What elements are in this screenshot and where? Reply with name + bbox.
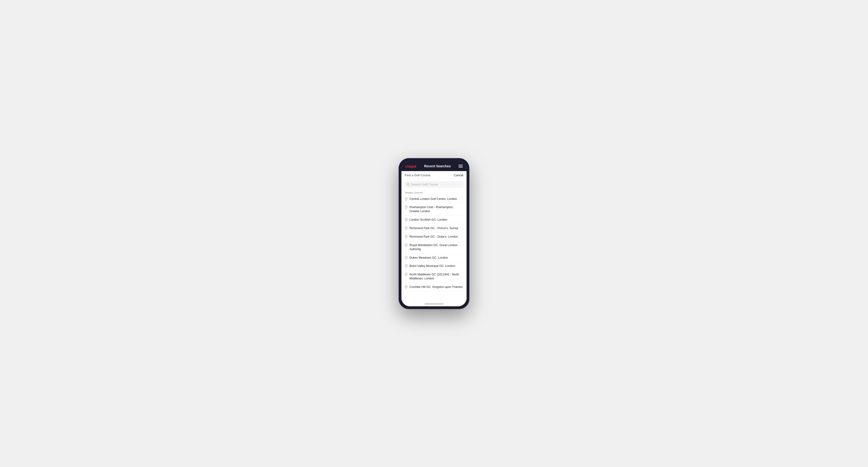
svg-point-3 [406,207,407,207]
location-pin-icon [405,218,408,221]
phone-device: clippd Recent Searches Find a Golf Cours… [399,158,469,309]
list-item[interactable]: North Middlesex GC (1011942 - North Midd… [401,271,467,283]
list-item[interactable]: Richmond Park GC - Duke's, London [401,233,467,241]
find-label: Find a Golf Course [405,174,430,177]
svg-point-2 [406,198,407,199]
svg-point-10 [406,274,407,275]
course-name: Roehampton Club - Roehampton, Greater Lo… [409,205,463,213]
location-pin-icon [405,226,408,230]
search-input-wrap [404,181,464,188]
list-item[interactable]: Brent Valley Municipal GC, London [401,262,467,271]
svg-point-8 [406,257,407,257]
app-header: clippd Recent Searches [401,161,467,171]
location-pin-icon [405,244,408,247]
course-name: Coombe Hill GC, Kingston upon Thames [409,285,463,289]
page-title: Recent Searches [424,164,451,168]
list-item[interactable]: Royal Wimbledon GC, Great London Authori… [401,241,467,254]
svg-point-4 [406,219,407,220]
svg-line-1 [409,185,409,186]
find-bar: Find a Golf Course Cancel [401,171,467,179]
home-indicator [401,302,467,306]
course-name: Richmond Park GC - Duke's, London [409,235,458,239]
location-pin-icon [405,264,408,268]
list-item[interactable]: Coombe Hill GC, Kingston upon Thames [401,283,467,291]
course-name: Central London Golf Centre, London [409,197,457,201]
nearby-label: Nearby courses [401,190,467,195]
location-pin-icon [405,256,408,259]
course-name: London Scottish GC, London [409,218,447,222]
menu-button[interactable] [459,165,463,167]
app-logo: clippd [405,164,416,168]
list-item[interactable]: Roehampton Club - Roehampton, Greater Lo… [401,203,467,216]
location-pin-icon [405,197,408,200]
search-icon [407,183,410,186]
course-name: North Middlesex GC (1011942 - North Midd… [409,273,463,281]
search-container [401,179,467,190]
list-item[interactable]: Dukes Meadows GC, London [401,254,467,262]
list-item[interactable]: London Scottish GC, London [401,216,467,224]
home-bar [425,304,443,304]
course-list: Central London Golf Centre, London Roeha… [401,195,467,302]
location-pin-icon [405,235,408,238]
course-name: Richmond Park GC - Prince's, Surrey [409,226,458,230]
location-pin-icon [405,273,408,276]
svg-point-6 [406,236,407,237]
svg-point-9 [406,265,407,266]
list-item[interactable]: Central London Golf Centre, London [401,195,467,204]
main-content: Find a Golf Course Cancel Nearby courses [401,171,467,302]
svg-point-7 [406,244,407,245]
svg-point-5 [406,227,407,228]
cancel-button[interactable]: Cancel [454,174,463,177]
list-item[interactable]: Richmond Park GC - Prince's, Surrey [401,224,467,233]
course-name: Dukes Meadows GC, London [409,256,448,260]
phone-screen: clippd Recent Searches Find a Golf Cours… [401,161,467,306]
search-input[interactable] [411,183,461,186]
location-pin-icon [405,285,408,289]
course-name: Brent Valley Municipal GC, London [409,264,455,268]
location-pin-icon [405,206,408,209]
course-name: Royal Wimbledon GC, Great London Authori… [409,243,463,251]
svg-point-11 [406,286,407,287]
